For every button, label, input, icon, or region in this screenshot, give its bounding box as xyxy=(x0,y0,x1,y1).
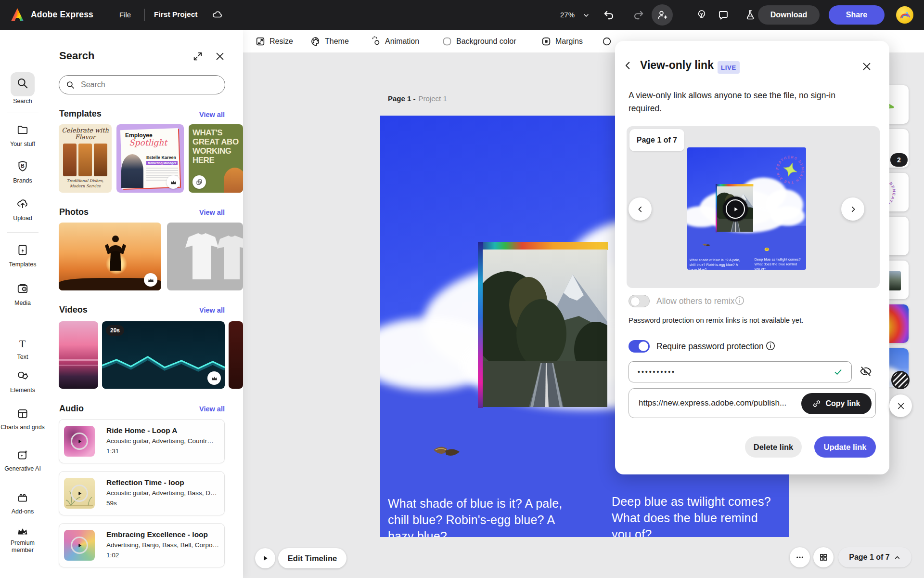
play-preview-button[interactable] xyxy=(255,548,275,568)
view-all-templates[interactable]: View all xyxy=(199,111,225,118)
toolbar-resize[interactable]: Resize xyxy=(255,30,293,53)
play-icon[interactable] xyxy=(71,433,88,450)
edit-timeline-button[interactable]: Edit Timeline xyxy=(278,548,346,568)
caption-right[interactable]: Deep blue as twilight comes? What does t… xyxy=(612,493,780,537)
next-page-button[interactable] xyxy=(841,197,864,221)
template-card-employee-spotlight[interactable]: Employee Spotlight Estelle Kareen Market… xyxy=(116,124,184,193)
divider xyxy=(144,9,145,21)
video-thumb-clipped[interactable] xyxy=(229,321,243,389)
rail-item-premium[interactable]: Premium member xyxy=(0,526,45,554)
circular-text-sticker[interactable]: FEATHERS BENEATH THE AIR xyxy=(775,155,806,185)
page-grid-view-button[interactable] xyxy=(813,547,834,567)
rail-label: Search xyxy=(0,98,45,105)
panel-title: Search xyxy=(59,50,94,62)
view-all-videos[interactable]: View all xyxy=(199,306,225,314)
audio-item[interactable]: Reflection Time - loop Acoustic guitar, … xyxy=(59,471,225,515)
caption-left[interactable]: What shade of blue is it? A pale, chill … xyxy=(690,258,741,270)
undo-icon[interactable] xyxy=(603,9,616,22)
caption-left[interactable]: What shade of blue is it? A pale, chill … xyxy=(388,495,564,537)
close-strip-button[interactable] xyxy=(889,394,912,417)
toolbar-label: Animation xyxy=(385,37,419,46)
photo-thumb-tshirts[interactable] xyxy=(167,223,243,290)
video-thumb-mountains[interactable]: 20s xyxy=(102,321,225,389)
redo-icon[interactable] xyxy=(632,9,644,22)
yellow-bird-sticker[interactable] xyxy=(763,246,770,252)
audio-item[interactable]: Ride Home - Loop A Acoustic guitar, Adve… xyxy=(59,419,225,463)
rail-item-search[interactable]: Search xyxy=(0,77,45,105)
project-name[interactable]: First Project xyxy=(154,10,197,19)
rail-item-text[interactable]: T Text xyxy=(0,337,45,361)
premium-crown-badge xyxy=(167,175,180,189)
rail-label: Your stuff xyxy=(0,141,45,148)
shapes-icon xyxy=(16,370,29,382)
adobe-express-logo[interactable] xyxy=(9,6,26,24)
rail-item-charts-grids[interactable]: Charts and grids xyxy=(0,407,45,431)
share-people-icon[interactable] xyxy=(652,4,673,26)
lightbulb-icon[interactable] xyxy=(696,9,707,21)
premium-crown-badge xyxy=(144,273,157,287)
comment-icon[interactable] xyxy=(718,10,729,21)
toolbar-background-color[interactable]: Background color xyxy=(442,30,516,53)
password-info-icon[interactable] xyxy=(765,341,776,351)
photo-thumb-sunset[interactable] xyxy=(59,223,161,290)
video-frame-border xyxy=(478,242,608,250)
share-url-field[interactable]: https://new.express.adobe.com/publish...… xyxy=(629,388,876,418)
left-rail: Search Your stuff B Brands Upload Te xyxy=(0,30,45,578)
project-title[interactable]: Project 1 xyxy=(419,94,447,103)
search-input[interactable] xyxy=(80,80,205,90)
password-field[interactable]: •••••••••• xyxy=(629,361,852,382)
preview-play-button[interactable] xyxy=(723,197,748,222)
rail-item-media[interactable]: Media xyxy=(0,282,45,307)
video-thumb-pink-sunset[interactable] xyxy=(59,321,98,389)
divider xyxy=(7,232,38,233)
zoom-level[interactable]: 27% xyxy=(560,11,575,19)
update-link-button[interactable]: Update link xyxy=(814,436,876,458)
caption-right[interactable]: Deep blue as twilight comes? What does t… xyxy=(755,257,804,270)
beta-flask-icon[interactable] xyxy=(744,9,756,21)
view-all-photos[interactable]: View all xyxy=(199,209,225,216)
bird-sticker[interactable] xyxy=(431,443,462,460)
remix-info-icon[interactable] xyxy=(734,295,745,306)
toolbar-more-partial[interactable] xyxy=(602,30,612,53)
theme-palette-icon xyxy=(310,36,321,47)
rail-item-brands[interactable]: B Brands xyxy=(0,160,45,184)
download-button[interactable]: Download xyxy=(758,5,820,25)
play-icon[interactable] xyxy=(71,485,88,502)
svg-text:T: T xyxy=(19,338,26,350)
delete-link-button[interactable]: Delete link xyxy=(745,436,802,458)
more-options-button[interactable] xyxy=(790,547,810,567)
road-video[interactable] xyxy=(483,250,607,407)
cloud-upload-icon xyxy=(16,197,29,210)
bird-sticker[interactable] xyxy=(702,243,711,248)
zoom-chevron-down-icon[interactable] xyxy=(582,12,590,19)
toolbar-margins[interactable]: Margins xyxy=(541,30,583,53)
expand-panel-icon[interactable] xyxy=(192,51,203,62)
share-button[interactable]: Share xyxy=(829,5,885,25)
play-icon[interactable] xyxy=(71,537,88,554)
avatar[interactable] xyxy=(896,6,913,24)
view-all-audio[interactable]: View all xyxy=(199,405,225,413)
page-navigator[interactable]: Page 1 of 7 xyxy=(838,547,911,567)
rail-label: Premium member xyxy=(0,539,45,554)
template-card-food[interactable]: Celebrate with Flavor Traditional Dishes… xyxy=(59,124,112,193)
toolbar-theme[interactable]: Theme xyxy=(310,30,349,53)
rail-item-generative-ai[interactable]: Generative AI xyxy=(0,449,45,473)
show-password-icon[interactable] xyxy=(860,365,872,378)
require-password-toggle[interactable] xyxy=(629,340,650,353)
previous-page-button[interactable] xyxy=(629,197,652,221)
file-menu[interactable]: File xyxy=(119,11,131,19)
back-chevron-icon[interactable] xyxy=(623,60,633,71)
audio-thumb xyxy=(64,530,95,561)
copy-link-button[interactable]: Copy link xyxy=(801,393,872,414)
rail-item-upload[interactable]: Upload xyxy=(0,197,45,222)
rail-item-templates[interactable]: Templates xyxy=(0,244,45,268)
close-panel-icon[interactable] xyxy=(215,51,225,62)
rail-item-your-stuff[interactable]: Your stuff xyxy=(0,123,45,148)
allow-remix-toggle[interactable] xyxy=(629,295,650,307)
rail-item-elements[interactable]: Elements xyxy=(0,370,45,394)
close-dialog-icon[interactable] xyxy=(861,61,872,72)
rail-item-add-ons[interactable]: Add-ons xyxy=(0,491,45,515)
toolbar-animation[interactable]: Animation xyxy=(371,30,419,53)
audio-item[interactable]: Embracing Excellence - loop Advertising,… xyxy=(59,523,225,567)
template-card-working-here[interactable]: WHAT'S GREAT ABO WORKING HERE xyxy=(189,124,243,193)
